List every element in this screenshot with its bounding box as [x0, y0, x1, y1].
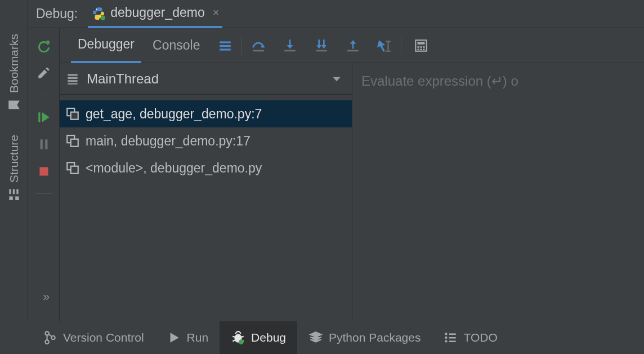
svg-rect-10: [45, 139, 47, 149]
frames-list: get_age, debugger_demo.py:7 main, debugg…: [60, 95, 352, 324]
bookmark-icon: [7, 98, 21, 112]
play-icon: [167, 330, 181, 345]
structure-tool[interactable]: Structure: [7, 135, 21, 202]
resume-icon[interactable]: [37, 110, 51, 125]
svg-point-59: [445, 340, 448, 342]
tab-console[interactable]: Console: [146, 28, 207, 63]
thread-selector[interactable]: MainThread: [60, 63, 352, 95]
svg-rect-27: [418, 42, 425, 44]
svg-rect-29: [421, 46, 422, 48]
svg-rect-22: [348, 50, 359, 51]
svg-rect-23: [388, 42, 389, 50]
step-into-my-code-icon[interactable]: [314, 38, 329, 53]
debug-label: Debug: [251, 331, 286, 344]
dropdown-icon[interactable]: [329, 72, 344, 86]
frame-icon: [65, 107, 80, 121]
structure-label: Structure: [7, 135, 21, 183]
separator: [242, 36, 242, 55]
separator: [401, 36, 401, 55]
run-config-name: debugger_demo: [110, 5, 205, 20]
frame-row[interactable]: <module>, debugger_demo.py: [60, 154, 352, 182]
svg-rect-17: [285, 50, 296, 51]
svg-line-52: [232, 340, 235, 341]
svg-rect-60: [449, 340, 456, 342]
todo-icon: [443, 330, 458, 345]
svg-rect-0: [9, 196, 12, 200]
svg-rect-41: [71, 139, 78, 147]
eval-placeholder: Evaluate expression (↵) o: [361, 73, 518, 88]
rerun-icon[interactable]: [37, 38, 51, 53]
frame-icon: [65, 161, 80, 175]
evaluate-expression-icon[interactable]: [414, 38, 428, 53]
run-config-tab[interactable]: debugger_demo ×: [88, 0, 222, 28]
pypkg-label: Python Packages: [329, 331, 421, 344]
svg-rect-14: [220, 48, 231, 50]
frame-icon: [65, 134, 80, 148]
bookmarks-tool[interactable]: Bookmarks: [7, 34, 21, 112]
svg-rect-2: [9, 189, 11, 194]
svg-rect-4: [16, 189, 18, 194]
svg-rect-28: [418, 46, 419, 48]
svg-rect-9: [40, 139, 42, 149]
svg-line-51: [242, 337, 244, 337]
svg-rect-20: [316, 50, 328, 51]
step-toolbar: [251, 38, 392, 53]
structure-icon: [7, 187, 21, 202]
frame-label: <module>, debugger_demo.py: [86, 161, 262, 176]
svg-rect-37: [68, 83, 77, 84]
bookmarks-label: Bookmarks: [7, 34, 21, 93]
close-tab-button[interactable]: ×: [213, 6, 220, 19]
left-tool-strip: Bookmarks Structure: [0, 0, 28, 354]
svg-point-7: [100, 15, 105, 20]
run-to-cursor-icon[interactable]: [377, 38, 392, 53]
packages-icon: [308, 330, 323, 345]
svg-rect-32: [421, 48, 422, 50]
python-file-icon: [91, 6, 106, 20]
debug-title: Debug:: [36, 6, 78, 21]
svg-rect-24: [386, 41, 391, 42]
svg-point-5: [96, 8, 97, 10]
evaluate-expression-input[interactable]: Evaluate expression (↵) o: [361, 73, 644, 89]
run-tool[interactable]: Run: [155, 321, 220, 354]
debug-tool[interactable]: Debug: [220, 321, 297, 354]
todo-label: TODO: [463, 331, 497, 344]
threads-view-icon[interactable]: [218, 38, 232, 53]
svg-rect-58: [449, 337, 456, 339]
variables-panel: Evaluate expression (↵) o: [352, 63, 644, 354]
separator: [35, 193, 52, 194]
debug-actions-strip: [28, 28, 60, 354]
svg-point-55: [445, 333, 448, 335]
svg-rect-25: [386, 50, 391, 51]
step-into-icon[interactable]: [283, 38, 297, 53]
tab-debugger[interactable]: Debugger: [71, 28, 141, 63]
debug-header: Debug: debugger_demo ×: [28, 0, 644, 28]
modify-run-config-icon[interactable]: [37, 65, 51, 80]
stack-icon: [65, 72, 80, 86]
frame-row[interactable]: main, debugger_demo.py:17: [60, 127, 352, 154]
frame-row[interactable]: get_age, debugger_demo.py:7: [60, 100, 352, 127]
todo-tool[interactable]: TODO: [432, 321, 508, 354]
more-actions-button[interactable]: »: [43, 290, 50, 304]
python-packages-tool[interactable]: Python Packages: [297, 321, 432, 354]
version-control-tool[interactable]: Version Control: [32, 321, 155, 354]
frames-panel: MainThread get_age, debugger_demo.py:7: [60, 63, 352, 354]
debug-tool-window: Debug: debugger_demo ×: [28, 0, 644, 354]
svg-rect-1: [15, 196, 19, 200]
stop-icon[interactable]: [37, 164, 51, 179]
step-out-icon[interactable]: [346, 38, 360, 53]
svg-rect-43: [71, 166, 78, 174]
bottom-tool-bar: Version Control Run Debug Python Package…: [0, 321, 644, 354]
vcs-label: Version Control: [63, 331, 144, 344]
svg-line-50: [232, 337, 235, 337]
pause-icon[interactable]: [37, 137, 51, 152]
svg-rect-12: [220, 41, 231, 43]
thread-name: MainThread: [87, 71, 323, 87]
frame-label: main, debugger_demo.py:17: [86, 134, 251, 149]
step-over-icon[interactable]: [251, 38, 266, 53]
svg-rect-35: [68, 77, 77, 78]
svg-rect-34: [68, 74, 77, 76]
debugger-tabs-row: Debugger Console: [60, 28, 644, 63]
svg-rect-33: [423, 48, 425, 50]
svg-point-47: [45, 340, 49, 344]
svg-point-57: [445, 337, 448, 339]
